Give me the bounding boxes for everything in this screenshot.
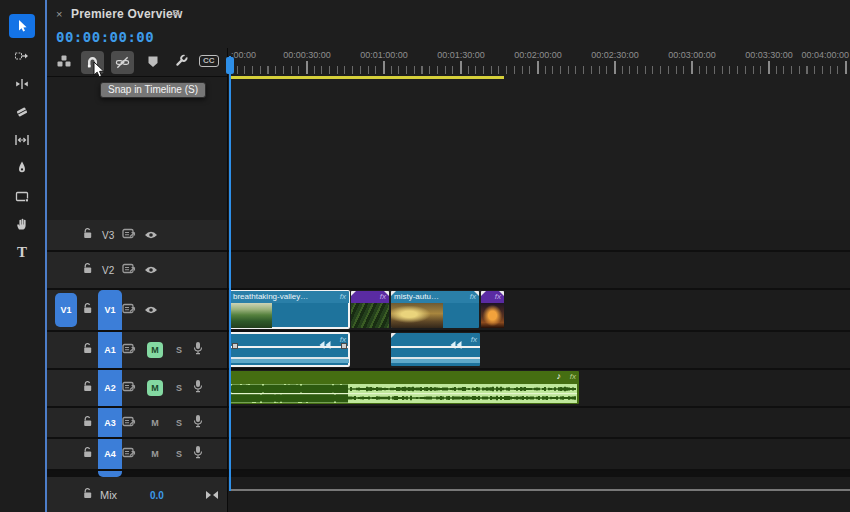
lock-icon[interactable] — [82, 261, 94, 279]
panel-close-button[interactable]: × — [56, 8, 62, 20]
lock-icon[interactable] — [82, 341, 94, 359]
ripple-edit-icon — [14, 76, 30, 92]
razor-tool-button[interactable] — [9, 100, 35, 124]
clip-purple-1[interactable]: fx — [351, 291, 389, 328]
audio-clip-2[interactable]: fx — [391, 333, 480, 366]
clip-purple-2[interactable]: fx — [481, 291, 504, 328]
wrench-icon — [173, 53, 189, 69]
ruler-label-8: 00:04:00:00 — [801, 50, 849, 60]
sync-lock-icon[interactable] — [122, 261, 136, 279]
mute-button-a1[interactable]: M — [147, 342, 163, 358]
ruler-label-1: 00:00:30:00 — [283, 50, 331, 60]
lock-icon[interactable] — [82, 414, 94, 432]
playhead-timecode[interactable]: 00:00:00:00 — [56, 29, 154, 45]
mix-level-value[interactable]: 0.0 — [150, 489, 164, 500]
solo-button-a3[interactable]: S — [176, 418, 182, 428]
track-target-a3-button[interactable]: A3 — [98, 408, 122, 437]
nest-sequence-toggle[interactable] — [54, 52, 74, 72]
sync-lock-icon[interactable] — [122, 445, 136, 463]
track-select-forward-tool-button[interactable] — [9, 44, 35, 68]
target-strip-bottom-cap — [98, 471, 122, 477]
mute-button-a4[interactable]: M — [147, 446, 163, 462]
voiceover-mic-icon[interactable] — [193, 379, 203, 397]
clip-thumbnail-valley — [230, 303, 272, 328]
track-row-mix: Mix 0.0 — [45, 477, 850, 512]
audio-clip-1[interactable]: fx — [230, 333, 349, 366]
volume-keyframe-handle[interactable] — [232, 343, 238, 349]
lock-icon[interactable] — [82, 226, 94, 244]
pen-tool-button[interactable] — [9, 156, 35, 180]
sync-lock-icon[interactable] — [122, 379, 136, 397]
volume-rubber-band[interactable] — [230, 346, 349, 348]
track-output-eye-icon[interactable] — [144, 226, 158, 244]
track-output-eye-icon[interactable] — [144, 261, 158, 279]
voiceover-mic-icon[interactable] — [193, 341, 203, 359]
media-limit-corner — [351, 291, 356, 296]
sync-lock-icon[interactable] — [122, 414, 136, 432]
source-patch-v1-button[interactable]: V1 — [55, 293, 77, 327]
type-tool-glyph: T — [17, 244, 27, 261]
clip-thumbnail-foliage — [351, 303, 389, 328]
marker-icon — [147, 55, 159, 68]
slip-tool-button[interactable] — [9, 128, 35, 152]
panel-menu-icon[interactable]: ≡ — [172, 5, 180, 20]
clip-misty-autumn[interactable]: misty-autu… fx — [391, 291, 479, 328]
selection-tool-button[interactable] — [9, 14, 35, 38]
panel-focus-border — [45, 0, 47, 512]
ripple-edit-tool-button[interactable] — [9, 72, 35, 96]
clip-breathtaking-valley[interactable]: breathtaking-valley… fx — [230, 291, 349, 328]
media-limit-corner — [474, 291, 479, 296]
rectangle-tool-button[interactable] — [9, 184, 35, 208]
track-target-a1-button[interactable]: A1 — [98, 332, 122, 368]
timeline-settings-button[interactable] — [172, 52, 190, 70]
sync-lock-icon[interactable] — [122, 301, 136, 319]
tools-panel: T — [0, 0, 45, 512]
clip-name: misty-autu… — [394, 292, 439, 301]
ruler-major-tick — [383, 61, 385, 74]
track-label-v2: V2 — [102, 265, 114, 276]
waveform-background — [230, 384, 577, 403]
sync-lock-icon[interactable] — [122, 226, 136, 244]
mute-button-a3[interactable]: M — [147, 415, 163, 431]
track-header-v1: V1 V1 — [45, 290, 228, 330]
voiceover-mic-icon[interactable] — [193, 445, 203, 463]
hand-icon — [14, 216, 30, 232]
solo-button-a2[interactable]: S — [176, 383, 182, 393]
music-clip[interactable]: ♪ fx — [230, 371, 579, 404]
lock-icon[interactable] — [82, 379, 94, 397]
add-marker-button[interactable] — [146, 54, 160, 68]
playhead-marker[interactable] — [226, 57, 234, 74]
snap-tooltip: Snap in Timeline (S) — [100, 82, 206, 98]
keyframe-navigator-icon[interactable] — [205, 486, 219, 504]
ruler-label-6: 00:03:00:00 — [668, 50, 716, 60]
mix-volume-line[interactable] — [229, 489, 850, 491]
hand-tool-button[interactable] — [9, 212, 35, 236]
media-limit-corner — [391, 333, 396, 338]
razor-icon — [14, 104, 30, 120]
track-target-a2-button[interactable]: A2 — [98, 370, 122, 406]
track-output-eye-icon[interactable] — [144, 301, 158, 319]
solo-button-a4[interactable]: S — [176, 449, 182, 459]
type-tool-button[interactable]: T — [9, 240, 35, 264]
track-target-a4-button[interactable]: A4 — [98, 439, 122, 469]
mute-button-a2[interactable]: M — [147, 380, 163, 396]
voiceover-mic-icon[interactable] — [193, 414, 203, 432]
track-header-v2: V2 — [45, 252, 228, 288]
track-target-v1-button[interactable]: V1 — [98, 290, 122, 330]
captions-button[interactable]: CC — [199, 55, 219, 67]
lock-icon[interactable] — [82, 486, 94, 504]
double-arrow-icon — [450, 335, 462, 353]
lock-icon[interactable] — [82, 301, 94, 319]
volume-keyframe-handle[interactable] — [341, 343, 347, 349]
solo-button-a1[interactable]: S — [176, 345, 182, 355]
lock-icon[interactable] — [82, 445, 94, 463]
sync-lock-icon[interactable] — [122, 341, 136, 359]
linked-selection-button[interactable] — [111, 51, 134, 74]
playhead-line[interactable] — [229, 56, 231, 491]
track-header-a3: A3 M S — [45, 408, 228, 437]
volume-rubber-band[interactable] — [391, 346, 480, 348]
track-row-v3: V3 — [45, 220, 850, 252]
ruler-label-0: :00:00 — [231, 50, 256, 60]
ruler-label-4: 00:02:00:00 — [514, 50, 562, 60]
panel-title: Premiere Overview — [71, 7, 182, 21]
